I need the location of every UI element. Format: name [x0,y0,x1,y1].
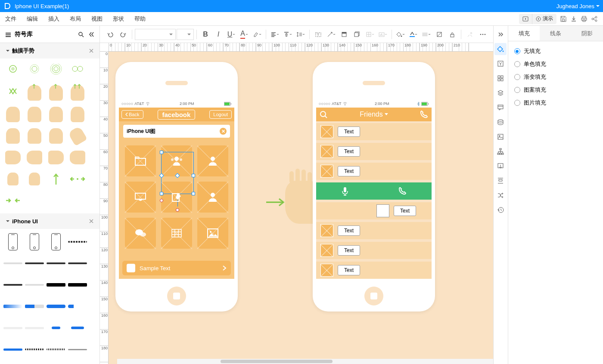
search-icon[interactable] [78,31,84,37]
share-icon[interactable] [591,15,598,22]
highlight-button[interactable] [251,28,263,40]
library-header-gestures[interactable]: 触摸手势 [0,43,99,59]
close-icon[interactable] [89,219,93,223]
icon-tile-folder[interactable] [125,145,156,176]
components-panel-icon[interactable] [494,72,507,84]
chart-button[interactable] [377,28,389,40]
friend-row[interactable]: Text [316,242,432,259]
ui-shape[interactable] [3,339,23,360]
font-size-select[interactable] [177,29,194,40]
undo-button[interactable] [104,28,116,40]
menu-help[interactable]: 帮助 [134,15,146,23]
effects-panel-icon[interactable] [494,58,507,70]
icon-tile-grid[interactable] [161,218,192,249]
ui-shape[interactable] [3,296,23,317]
ui-shape[interactable] [67,253,88,274]
ui-shape[interactable] [24,296,45,317]
text-button[interactable]: Text [394,206,416,216]
ui-shape[interactable] [46,275,66,295]
bold-button[interactable]: B [199,28,211,40]
menu-file[interactable]: 文件 [5,15,16,23]
bottom-bar[interactable]: Sample Text [122,261,231,275]
mic-button[interactable] [316,182,374,200]
menu-edit[interactable]: 编辑 [27,15,38,23]
ui-shape[interactable] [24,253,45,274]
library-header-iphone[interactable]: iPhone UI [0,213,99,229]
home-button[interactable] [167,287,186,305]
align-panel-icon[interactable] [494,175,507,187]
fill-button[interactable] [395,28,407,40]
ui-shape[interactable] [67,275,88,295]
valign-button[interactable] [282,28,294,40]
ui-shape[interactable] [46,339,66,360]
radio-image-fill[interactable]: 图片填充 [514,99,597,107]
ui-shape[interactable] [46,296,66,317]
ui-shape[interactable] [24,361,45,364]
more-button[interactable] [477,28,489,40]
phone-frame-1[interactable]: ○○○○○AT&T 2:00 PM Back facebook Logout i… [115,62,238,312]
collapse-panel-icon[interactable] [88,31,94,37]
tree-panel-icon[interactable] [494,145,507,157]
line-style-button[interactable] [420,28,432,40]
gesture-shape[interactable] [67,126,88,146]
expand-panel-icon[interactable] [494,28,507,40]
export-panel-icon[interactable] [494,160,507,172]
gesture-shape[interactable] [3,126,23,146]
gesture-shape[interactable] [67,83,88,103]
redo-button[interactable] [117,28,129,40]
ui-shape[interactable] [46,318,66,338]
horizontal-scrollbar[interactable] [117,359,493,364]
swipe-gesture-shape[interactable] [264,181,320,224]
gesture-shape[interactable] [67,61,88,82]
lock-button[interactable] [446,28,458,40]
slideshow-button[interactable] [519,14,532,24]
gesture-shape[interactable] [67,104,88,125]
font-family-select[interactable] [135,29,176,40]
tab-fill[interactable]: 填充 [508,26,540,41]
friend-row-active[interactable] [316,182,432,200]
align-left-button[interactable] [269,28,281,40]
friend-row[interactable]: Text [316,143,432,160]
gesture-shape[interactable] [3,104,23,125]
present-button[interactable]: 演示 [532,14,556,24]
icon-tile-display[interactable] [125,182,156,213]
tab-line[interactable]: 线条 [540,26,571,41]
icon-tile-user[interactable] [197,145,228,176]
ui-shape[interactable] [24,275,45,295]
call-button[interactable] [374,182,432,200]
gesture-shape[interactable] [46,61,66,82]
menu-layout[interactable]: 布局 [70,15,81,23]
data-panel-icon[interactable] [494,116,507,128]
gesture-shape[interactable] [46,104,66,125]
no-fill-button[interactable] [433,28,445,40]
search-input[interactable]: iPhone UI图 ✕ [123,125,230,138]
download-icon[interactable] [570,15,577,22]
clear-search-icon[interactable]: ✕ [220,128,227,135]
comment-panel-icon[interactable] [494,102,507,114]
gesture-shape[interactable] [24,61,45,82]
ui-shape[interactable] [67,361,88,364]
icon-tile-picture[interactable] [197,218,228,249]
text-button[interactable]: Text [338,225,360,236]
image-button[interactable] [351,28,363,40]
logout-button[interactable]: Logout [209,110,232,119]
ui-shape[interactable] [67,231,88,252]
image-panel-icon[interactable] [494,131,507,143]
phone-frame-2[interactable]: ○○○○○AT&T 2:00 PM Friends Text Text [313,62,435,312]
line-spacing-button[interactable] [295,28,307,40]
ui-shape[interactable] [3,275,23,295]
gesture-shape[interactable] [3,61,23,82]
icon-tile-edit[interactable] [161,182,192,213]
layers-panel-icon[interactable] [494,87,507,99]
search-icon[interactable] [319,110,328,119]
ui-shape[interactable] [67,318,88,338]
gesture-shape[interactable] [24,169,45,189]
icon-tile-chat[interactable] [125,218,156,249]
gesture-shape[interactable] [24,147,45,168]
text-button[interactable]: Text [338,166,360,176]
close-icon[interactable] [89,49,93,53]
history-panel-icon[interactable] [494,204,507,216]
table-button[interactable] [364,28,376,40]
icon-tile-users[interactable] [161,145,192,176]
gesture-shape[interactable] [46,147,66,168]
